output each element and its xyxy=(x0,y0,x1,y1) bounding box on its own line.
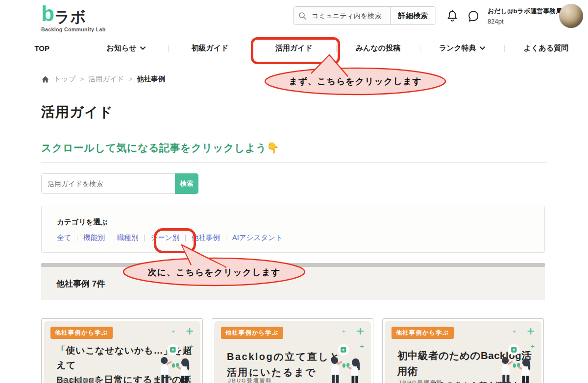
card-meta: JBUG登壇資料 xyxy=(57,377,102,383)
breadcrumb-separator: > xyxy=(80,75,84,83)
category-ai-assistant[interactable]: AIアシスタント xyxy=(232,233,283,242)
card-badge: 他社事例から学ぶ xyxy=(221,327,283,339)
header: b ラボ Backlog Community Lab 詳細検索 xyxy=(0,0,588,37)
logo-b-mark: b xyxy=(41,3,53,24)
section-title: 他社事例 7件 xyxy=(56,278,105,289)
nav-item-news[interactable]: お知らせ xyxy=(84,37,168,60)
sparkle-plus-icon: + xyxy=(513,329,516,335)
article-cards: 他社事例から学ぶ + + + 「使いこなせないかも…」を超えて Backlogを… xyxy=(41,318,544,383)
nav-label: ランク特典 xyxy=(439,44,476,53)
breadcrumb-top[interactable]: トップ xyxy=(54,74,76,84)
nav-label: お知らせ xyxy=(107,44,137,53)
section-divider-strip xyxy=(41,263,545,267)
sparkle-plus-icon: + xyxy=(356,325,364,338)
section-band: 他社事例 7件 xyxy=(41,267,545,300)
advanced-search-button[interactable]: 詳細検索 xyxy=(390,7,436,24)
messages-chat-icon[interactable] xyxy=(466,10,480,24)
category-other-companies[interactable]: 他社事例 xyxy=(192,233,220,242)
sparkle-plus-icon: + xyxy=(527,325,535,338)
category-separator xyxy=(185,235,186,241)
guide-search-input[interactable] xyxy=(41,173,175,194)
nav-label: 初級ガイド xyxy=(192,44,229,53)
category-separator xyxy=(144,235,145,241)
breadcrumb-current: 他社事例 xyxy=(137,74,165,84)
home-icon[interactable] xyxy=(41,75,49,83)
category-separator xyxy=(77,235,77,241)
notifications-bell-icon[interactable] xyxy=(446,10,459,24)
card-thumbnail: 他社事例から学ぶ + + + 初中級者のためのBacklog活用術 〜チーム見え… xyxy=(385,321,541,383)
people-illustration xyxy=(321,336,370,383)
nav-item-posts[interactable]: みんなの投稿 xyxy=(336,37,420,60)
category-by-scene[interactable]: シーン別 xyxy=(150,233,179,242)
nav-label: よくある質問 xyxy=(524,44,568,53)
nav-item-faq[interactable]: よくある質問 xyxy=(504,37,588,60)
people-illustration xyxy=(150,336,199,383)
community-search-input[interactable] xyxy=(311,11,386,20)
breadcrumb-separator: > xyxy=(129,75,133,83)
page-title: 活用ガイド xyxy=(41,103,113,121)
nav-item-beginner-guide[interactable]: 初級ガイド xyxy=(168,37,252,60)
user-menu[interactable]: おだし@bラボ運営事務局 824pt xyxy=(488,7,562,25)
article-card[interactable]: 他社事例から学ぶ + + + 「使いこなせないかも…」を超えて Backlogを… xyxy=(41,318,203,383)
avatar[interactable] xyxy=(559,4,583,28)
breadcrumb-usage-guide[interactable]: 活用ガイド xyxy=(88,74,124,84)
logo-subtitle: Backlog Community Lab xyxy=(41,26,106,32)
category-by-role[interactable]: 職種別 xyxy=(117,233,139,242)
card-badge: 他社事例から学ぶ xyxy=(50,327,113,339)
card-meta: JBUG登壇資料 xyxy=(228,377,272,383)
nav-item-rank-rewards[interactable]: ランク特典 xyxy=(420,37,504,60)
community-search-box: 詳細検索 xyxy=(293,6,436,25)
guide-search-button[interactable]: 検索 xyxy=(175,173,198,194)
sparkle-plus-icon: + xyxy=(186,325,194,338)
nav-label: みんなの投稿 xyxy=(356,44,400,53)
search-input-wrap xyxy=(294,7,390,24)
site-logo[interactable]: b ラボ Backlog Community Lab xyxy=(41,3,106,32)
card-meta: JBUG登壇資料 xyxy=(398,379,443,383)
category-all[interactable]: 全て xyxy=(57,233,71,242)
chevron-down-icon xyxy=(480,47,485,50)
category-heading: カテゴリを選ぶ xyxy=(57,217,108,227)
logo-name: ラボ xyxy=(54,9,86,24)
guide-search: 検索 xyxy=(41,173,198,194)
nav-label: 活用ガイド xyxy=(275,44,313,53)
category-panel: カテゴリを選ぶ 全て 機能別 職種別 シーン別 他社事例 AIアシスタント xyxy=(41,206,545,253)
people-illustration xyxy=(491,336,540,383)
category-links: 全て 機能別 職種別 シーン別 他社事例 AIアシスタント xyxy=(57,233,283,242)
main-nav: TOP お知らせ 初級ガイド 活用ガイド みんなの投稿 ランク特典 よくある質問 xyxy=(0,37,588,60)
card-thumbnail: 他社事例から学ぶ + + + 「使いこなせないかも…」を超えて Backlogを… xyxy=(44,321,200,383)
category-separator xyxy=(226,235,226,241)
sparkle-plus-icon: + xyxy=(172,329,175,335)
page-subtitle: スクロールして気になる記事をクリックしよう👇 xyxy=(41,141,280,155)
annotation-bubble-1-text: まず、こちらをクリックします xyxy=(265,69,446,94)
card-badge: 他社事例から学ぶ xyxy=(392,327,454,339)
nav-item-top[interactable]: TOP xyxy=(0,37,84,60)
category-by-function[interactable]: 機能別 xyxy=(83,233,105,242)
card-thumbnail: 他社事例から学ぶ + + + Backlogの立て直しと 活用にいたるまで JB… xyxy=(214,321,371,383)
chevron-down-icon xyxy=(140,47,146,50)
user-name: おだし@bラボ運営事務局 xyxy=(488,7,562,16)
sparkle-plus-icon: + xyxy=(342,329,345,335)
divider xyxy=(41,162,547,163)
article-card[interactable]: 他社事例から学ぶ + + + Backlogの立て直しと 活用にいたるまで JB… xyxy=(212,318,373,383)
breadcrumb: トップ > 活用ガイド > 他社事例 xyxy=(41,74,165,84)
nav-label: TOP xyxy=(34,44,49,52)
user-points: 824pt xyxy=(488,18,562,25)
page: b ラボ Backlog Community Lab 詳細検索 xyxy=(0,0,588,383)
category-separator xyxy=(111,235,111,241)
nav-item-usage-guide[interactable]: 活用ガイド xyxy=(252,37,336,60)
article-card[interactable]: 他社事例から学ぶ + + + 初中級者のためのBacklog活用術 〜チーム見え… xyxy=(382,318,544,383)
search-icon xyxy=(298,12,307,20)
